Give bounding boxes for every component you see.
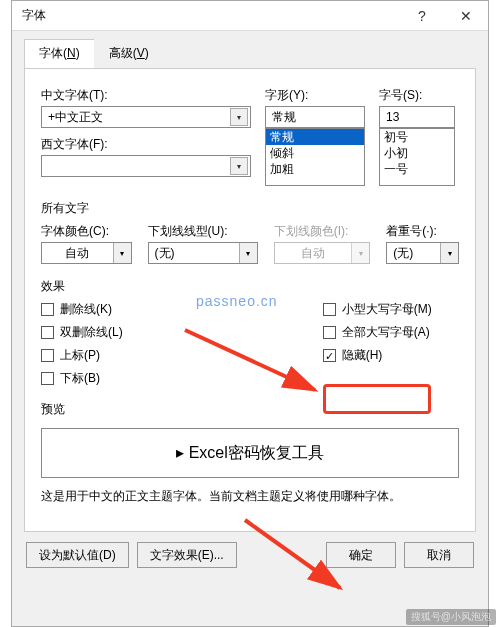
subscript-checkbox[interactable]: 下标(B) [41,370,123,387]
strike-checkbox[interactable]: 删除线(K) [41,301,123,318]
source-credit: 搜狐号@小风泡泡 [406,609,496,625]
list-item[interactable]: 初号 [380,129,454,145]
list-item[interactable]: 一号 [380,161,454,177]
footer: 设为默认值(D) 文字效果(E)... 确定 取消 [12,542,488,582]
list-item[interactable]: 倾斜 [266,145,364,161]
help-button[interactable]: ? [400,1,444,31]
watermark: passneo.cn [196,293,278,309]
emphasis-label: 着重号(·): [386,223,459,240]
list-item[interactable]: 常规 [266,129,364,145]
font-color-dropdown[interactable]: 自动 ▾ [41,242,132,264]
text-effects-button[interactable]: 文字效果(E)... [137,542,237,568]
underline-color-label: 下划线颜色(I): [274,223,370,240]
west-font-dropdown[interactable]: ▾ [41,155,251,177]
west-font-label: 西文字体(F): [41,136,251,153]
font-color-label: 字体颜色(C): [41,223,132,240]
checkbox-icon [323,349,336,362]
size-listbox[interactable]: 初号 小初 一号 [379,128,455,186]
chevron-down-icon: ▾ [113,243,131,263]
style-listbox[interactable]: 常规 倾斜 加粗 [265,128,365,186]
checkbox-icon [41,303,54,316]
tab-panel: 中文字体(T): +中文正文 ▾ 西文字体(F): ▾ 字形(Y): 常规 [24,69,476,532]
tab-font[interactable]: 字体(N) [24,39,95,68]
dialog-title: 字体 [22,7,400,24]
allcaps-checkbox[interactable]: 全部大写字母(A) [323,324,432,341]
hidden-checkbox[interactable]: 隐藏(H) [323,347,432,364]
double-strike-checkbox[interactable]: 双删除线(L) [41,324,123,341]
list-item[interactable]: 加粗 [266,161,364,177]
cn-font-value: +中文正文 [48,109,230,126]
tab-advanced[interactable]: 高级(V) [94,39,164,68]
titlebar: 字体 ? ✕ [12,1,488,31]
checkbox-icon [323,326,336,339]
effects-area: passneo.cn 删除线(K) 双删除线(L) 上标(P) 下标(B) 小型… [41,301,459,387]
chevron-down-icon: ▾ [440,243,458,263]
underline-style-label: 下划线线型(U): [148,223,258,240]
checkbox-icon [41,372,54,385]
emphasis-dropdown[interactable]: (无) ▾ [386,242,459,264]
checkbox-icon [323,303,336,316]
close-icon: ✕ [460,8,472,24]
chevron-down-icon: ▾ [230,157,248,175]
effects-group: 效果 [41,278,459,295]
style-input[interactable]: 常规 [265,106,365,128]
close-button[interactable]: ✕ [444,1,488,31]
underline-color-dropdown: 自动 ▾ [274,242,370,264]
size-input[interactable]: 13 [379,106,455,128]
list-item[interactable]: 小初 [380,145,454,161]
style-label: 字形(Y): [265,87,365,104]
superscript-checkbox[interactable]: 上标(P) [41,347,123,364]
preview-group: 预览 [41,401,459,418]
tab-bar: 字体(N) 高级(V) [24,39,476,69]
checkbox-icon [41,326,54,339]
ok-button[interactable]: 确定 [326,542,396,568]
checkbox-icon [41,349,54,362]
help-icon: ? [418,8,426,24]
cancel-button[interactable]: 取消 [404,542,474,568]
preview-note: 这是用于中文的正文主题字体。当前文档主题定义将使用哪种字体。 [41,488,459,505]
font-dialog: 字体 ? ✕ 字体(N) 高级(V) 中文字体(T): +中文正文 ▾ 西文字体… [11,0,489,627]
chevron-down-icon: ▾ [230,108,248,126]
all-text-group: 所有文字 [41,200,459,217]
size-label: 字号(S): [379,87,455,104]
set-default-button[interactable]: 设为默认值(D) [26,542,129,568]
underline-style-dropdown[interactable]: (无) ▾ [148,242,258,264]
preview-sample: ▸ Excel密码恢复工具 [176,443,324,464]
smallcaps-checkbox[interactable]: 小型大写字母(M) [323,301,432,318]
cn-font-label: 中文字体(T): [41,87,251,104]
chevron-down-icon: ▾ [239,243,257,263]
preview-box: ▸ Excel密码恢复工具 [41,428,459,478]
chevron-down-icon: ▾ [351,243,369,263]
cn-font-dropdown[interactable]: +中文正文 ▾ [41,106,251,128]
